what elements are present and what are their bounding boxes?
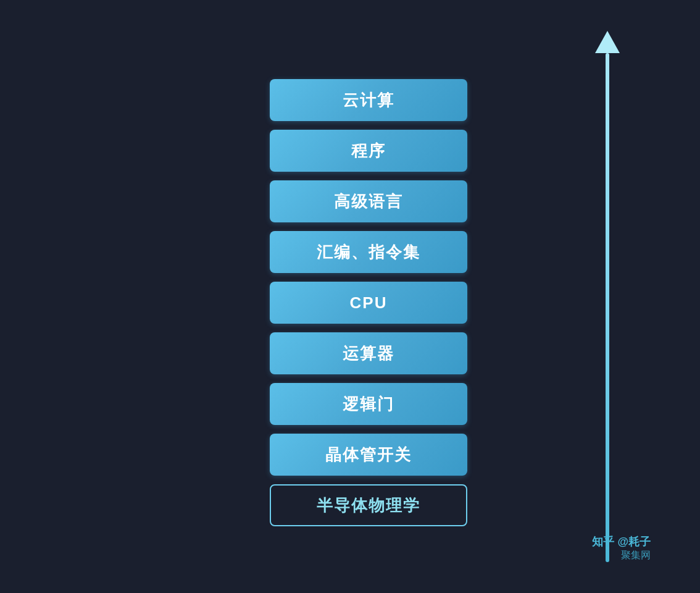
main-container: 云计算程序高级语言汇编、指令集CPU运算器逻辑门晶体管开关半导体物理学 知乎 @…: [0, 0, 700, 593]
watermark: 知乎 @耗子 聚集网: [592, 534, 651, 562]
layer-item-4: CPU: [270, 282, 467, 324]
layer-item-7: 晶体管开关: [270, 434, 467, 476]
layer-item-0: 云计算: [270, 79, 467, 121]
layer-item-5: 运算器: [270, 332, 467, 374]
layers-container: 云计算程序高级语言汇编、指令集CPU运算器逻辑门晶体管开关半导体物理学: [270, 79, 467, 526]
watermark-line1: 知乎 @耗子: [592, 534, 651, 549]
arrow-head: [595, 31, 620, 53]
abstraction-arrow: [595, 31, 620, 562]
layer-item-3: 汇编、指令集: [270, 231, 467, 273]
arrow-shaft: [606, 53, 609, 562]
watermark-line2: 聚集网: [592, 549, 651, 562]
layer-item-2: 高级语言: [270, 180, 467, 222]
layer-item-6: 逻辑门: [270, 383, 467, 425]
layer-item-1: 程序: [270, 130, 467, 172]
layer-item-8: 半导体物理学: [270, 484, 467, 526]
